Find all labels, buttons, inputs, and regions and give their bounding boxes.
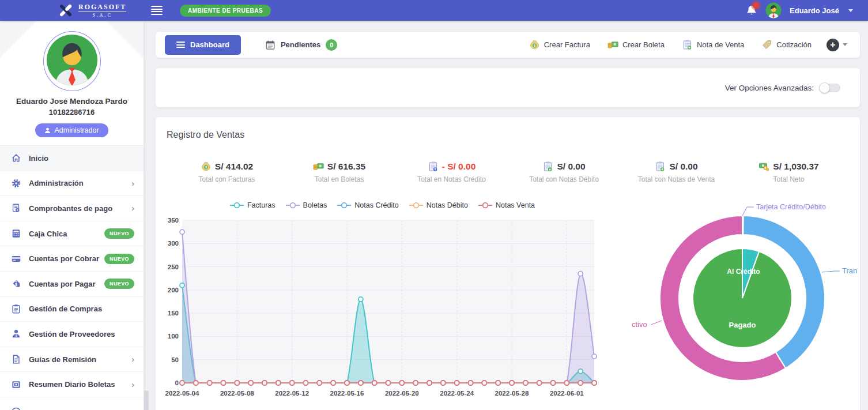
legend-label: Boletas [303, 201, 327, 209]
sales-panel: Registro de Ventas $S/ 414.02Total con F… [156, 117, 860, 410]
legend-label: Notas Venta [496, 201, 535, 209]
svg-text:2022-06-01: 2022-06-01 [550, 390, 584, 397]
sidebar-item-label: Comprobantes de pago [29, 204, 131, 213]
quick-actions: $Crear FacturaCrear BoletaNota de VentaC… [529, 39, 812, 50]
svg-text:350: 350 [168, 217, 179, 224]
coins-bill-icon [607, 39, 618, 50]
action-nota-de-venta[interactable]: Nota de Venta [682, 39, 744, 50]
clipboard-icon [10, 303, 22, 315]
sidebar-item-label: Guías de Remisión [29, 355, 131, 364]
tag-icon [761, 39, 772, 50]
sidebar-item-inicio[interactable]: Inicio [0, 146, 144, 171]
stat-value: S/ 0.00 [669, 161, 697, 172]
sidebar-item-gestion-de-compras[interactable]: Gestión de Compras [0, 297, 144, 322]
credit-card-icon [10, 253, 22, 265]
svg-text:Tarjeta Crédito/Débito: Tarjeta Crédito/Débito [756, 203, 826, 211]
role-badge[interactable]: Administrador [35, 123, 108, 137]
dashboard-label: Dashboard [190, 40, 229, 49]
pendientes-tab[interactable]: Pendientes 0 [265, 39, 337, 51]
sidebar-item-comprobantes-de-pago[interactable]: Comprobantes de pago› [0, 196, 144, 221]
legend-item-notas-venta[interactable]: Notas Venta [478, 201, 535, 209]
sales-line-chart[interactable]: 0501001502002503003502022-05-042022-05-0… [163, 216, 601, 406]
chevron-right-icon: › [131, 380, 134, 389]
svg-text:0: 0 [175, 379, 179, 386]
pendientes-label: Pendientes [281, 40, 320, 49]
legend-item-boletas[interactable]: Boletas [285, 201, 327, 209]
svg-text:$: $ [765, 166, 767, 170]
svg-text:2022-05-24: 2022-05-24 [440, 390, 474, 397]
sidebar-item-label: Caja Chica [29, 230, 104, 238]
chevron-down-icon[interactable] [843, 43, 847, 46]
stat-value: S/ 414.02 [215, 161, 253, 172]
sidebar-item-caja-chica[interactable]: Caja ChicaNUEVO [0, 221, 144, 247]
advanced-options-toggle[interactable] [820, 84, 840, 92]
legend-symbol [478, 202, 493, 209]
document-icon [10, 353, 22, 365]
brand: ROGASOFT S.A.C [0, 2, 144, 18]
sidebar-item-cuentas-por-pagar[interactable]: $Cuentas por PagarNUEVO [0, 272, 144, 297]
advanced-options-label: Ver Opciones Avanzadas: [725, 84, 814, 92]
action-label: Crear Boleta [622, 40, 665, 49]
stat-label: Total en Notas Crédito [395, 175, 508, 183]
profile-card: Eduardo José Mendoza Pardo 10182286716 A… [0, 21, 144, 145]
notification-bell-icon[interactable] [746, 5, 757, 16]
sidebar-item-guias-de-remision[interactable]: Guías de Remisión› [0, 347, 144, 373]
action-label: Cotización [776, 40, 812, 49]
coins-bill-icon [313, 161, 324, 172]
sidebar-item-gestion-de-proveedores[interactable]: Gestión de Proveedores [0, 322, 144, 347]
svg-text:ctivo: ctivo [632, 320, 647, 329]
sidebar: Eduardo José Mendoza Pardo 10182286716 A… [0, 21, 144, 410]
sidebar-item-label: Gestión de Compras [29, 304, 134, 313]
money-bag-icon: $ [529, 39, 540, 50]
document-eye-icon [10, 202, 22, 214]
action-cotizacion[interactable]: Cotización [761, 39, 812, 50]
note-down-icon [542, 161, 553, 172]
role-label: Administrador [54, 126, 99, 134]
dashboard-tab[interactable]: Dashboard [165, 35, 241, 55]
toolbar: Dashboard Pendientes 0 $Crear FacturaCre… [156, 32, 860, 58]
scrollbar-thumb[interactable] [144, 390, 149, 410]
menu-toggle-button[interactable] [151, 5, 163, 17]
svg-text:2022-05-16: 2022-05-16 [330, 390, 364, 397]
action-crear-boleta[interactable]: Crear Boleta [607, 39, 665, 50]
stat-label: Total en Boletas [283, 175, 395, 183]
nuevo-badge: NUEVO [104, 228, 134, 239]
svg-text:200: 200 [168, 287, 179, 294]
stat-3: - S/ 0.00Total en Notas Crédito [395, 161, 508, 183]
stat-label: Total con Facturas [171, 175, 283, 183]
sidebar-menu: InicioAdministración›Comprobantes de pag… [0, 145, 144, 410]
sidebar-item-partial[interactable] [0, 397, 144, 410]
panel-title: Registro de Ventas [167, 130, 244, 140]
calculator-icon [10, 228, 22, 239]
stat-2: S/ 616.35Total en Boletas [283, 161, 395, 183]
note-plus-icon [655, 161, 666, 172]
stats-row: $S/ 414.02Total con FacturasS/ 616.35Tot… [171, 161, 845, 183]
legend-item-notas-credito[interactable]: Notas Crédito [337, 201, 398, 209]
action-crear-factura[interactable]: $Crear Factura [529, 39, 590, 50]
sidebar-item-label: Resumen Diario Boletas [29, 380, 131, 389]
sidebar-item-cuentas-por-cobrar[interactable]: Cuentas por CobrarNUEVO [0, 246, 144, 272]
box-icon [10, 379, 22, 390]
legend-symbol [409, 202, 424, 209]
user-menu[interactable]: Eduardo José [790, 6, 839, 15]
add-menu-button[interactable]: + [827, 39, 839, 51]
profile-name: Eduardo José Mendoza Pardo [0, 97, 144, 106]
dashboard-icon [176, 40, 185, 50]
svg-text:150: 150 [168, 310, 179, 317]
brand-logo-icon [58, 2, 74, 18]
user-avatar[interactable] [765, 2, 782, 18]
notification-badge [753, 2, 759, 9]
legend-item-facturas[interactable]: Facturas [229, 201, 276, 209]
chevron-down-icon[interactable] [848, 9, 853, 12]
sidebar-item-administracion[interactable]: Administración› [0, 171, 144, 197]
legend-symbol [285, 202, 300, 209]
person-icon [44, 127, 51, 134]
legend-item-notas-debito[interactable]: Notas Débito [409, 201, 468, 209]
payment-donut-chart[interactable]: Tarjeta Crédito/DébitoTranctivoAl Crédit… [605, 196, 860, 410]
pendientes-count-badge: 0 [326, 39, 337, 51]
stat-5: S/ 0.00Total con Notas de Venta [620, 161, 733, 183]
chart-legend: FacturasBoletasNotas CréditoNotas Débito… [163, 201, 601, 209]
sidebar-item-label: Cuentas por Pagar [29, 280, 104, 288]
svg-text:2022-05-08: 2022-05-08 [220, 390, 254, 397]
sidebar-item-resumen-diario-boletas[interactable]: Resumen Diario Boletas› [0, 372, 144, 397]
